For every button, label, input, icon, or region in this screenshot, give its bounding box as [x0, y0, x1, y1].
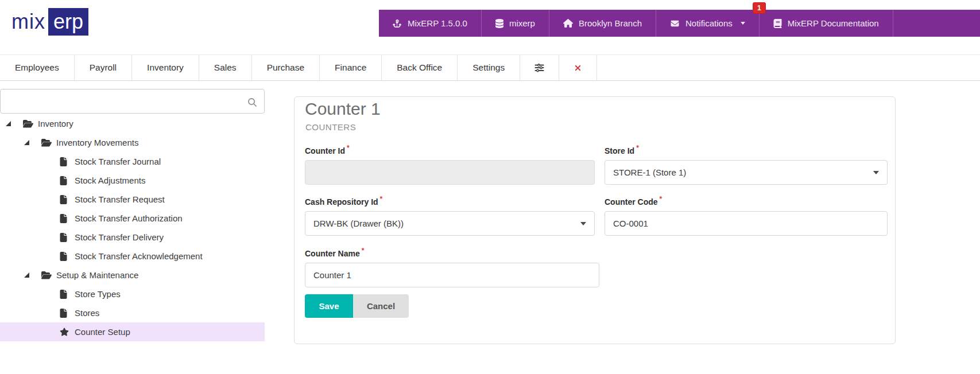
nav-item-label: Brooklyn Branch [579, 18, 642, 28]
logo-text-mix: mix [11, 10, 45, 34]
folder-icon [41, 271, 52, 280]
tree-item-stock-transfer-acknowledgement[interactable]: Stock Transfer Acknowledgement [0, 247, 265, 266]
file-icon [60, 309, 75, 318]
mixerp-logo[interactable]: mix erp [11, 8, 88, 36]
counter-name-label: Counter Name* [305, 247, 595, 258]
file-icon [60, 290, 67, 299]
menu-tab-label: Employees [15, 63, 59, 73]
required-marker: * [362, 247, 365, 255]
cash-repository-id-label: Cash Repository Id* [305, 195, 595, 207]
logo-text-erp: erp [48, 8, 88, 36]
file-icon [60, 252, 67, 261]
tree-item-label: Stock Transfer Delivery [75, 232, 164, 242]
nav-item-mixerp[interactable]: mixerp [482, 10, 549, 37]
database-icon [495, 19, 503, 28]
counter-id-label: Counter Id* [305, 144, 595, 155]
store-id-label: Store Id* [605, 144, 888, 155]
store-id-selected-value: STORE-1 (Store 1) [613, 167, 686, 177]
tree-item-stock-adjustments[interactable]: Stock Adjustments [0, 171, 265, 190]
tree-item-label: Stock Transfer Acknowledgement [75, 251, 203, 261]
main-menu-bar: EmployeesPayrollInventorySalesPurchaseFi… [0, 54, 980, 81]
file-icon [60, 233, 67, 242]
close-tab[interactable] [559, 55, 597, 80]
tree-item-label: Setup & Maintenance [56, 270, 138, 280]
counter-code-field[interactable] [605, 211, 888, 236]
tab-employees[interactable]: Employees [0, 55, 75, 80]
file-icon [60, 176, 67, 185]
menu-tab-label: Sales [214, 63, 237, 73]
counter-setup-card: Counter 1 COUNTERS Counter Id* Store Id*… [294, 96, 896, 344]
tree-item-stock-transfer-authorization[interactable]: Stock Transfer Authorization [0, 209, 265, 228]
tree-caret-slot [24, 272, 41, 278]
tree-item-label: Stock Transfer Journal [75, 157, 161, 166]
page-subtitle: COUNTERS [305, 122, 356, 132]
tab-sales[interactable]: Sales [199, 55, 252, 80]
nav-item-label: MixERP 1.5.0.0 [408, 18, 467, 28]
cash-repository-id-select[interactable]: DRW-BK (Drawer (BK)) [305, 211, 595, 236]
tree-item-inventory[interactable]: Inventory [0, 114, 265, 133]
tree-item-stock-transfer-delivery[interactable]: Stock Transfer Delivery [0, 228, 265, 247]
chevron-down-icon [741, 22, 745, 25]
tree-expanded-caret-icon [6, 121, 11, 126]
customize-tab[interactable] [520, 55, 559, 80]
counter-name-field[interactable] [305, 263, 599, 287]
store-id-select[interactable]: STORE-1 (Store 1) [605, 160, 888, 185]
tree-item-inventory-movements[interactable]: Inventory Movements [0, 133, 265, 152]
search-input[interactable] [1, 89, 264, 113]
menu-tab-label: Inventory [147, 63, 184, 73]
required-marker: * [660, 195, 663, 203]
folder-icon [41, 138, 52, 147]
tab-inventory[interactable]: Inventory [132, 55, 199, 80]
file-icon [60, 214, 67, 223]
sliders-icon [534, 63, 544, 72]
tree-item-counter-setup[interactable]: Counter Setup [0, 322, 265, 341]
tree-item-label: Stores [75, 308, 99, 318]
nav-item-label: MixERP Documentation [788, 18, 879, 28]
save-button[interactable]: Save [305, 294, 353, 318]
nav-item-notifications[interactable]: Notifications1 [656, 10, 760, 37]
nav-item-mixerp-1-5-0-0[interactable]: MixERP 1.5.0.0 [379, 10, 482, 37]
cancel-button[interactable]: Cancel [353, 294, 409, 318]
tree-item-store-types[interactable]: Store Types [0, 285, 265, 303]
anchor-icon [393, 19, 402, 28]
file-icon [60, 290, 75, 299]
file-icon [60, 309, 67, 318]
close-icon [574, 64, 582, 72]
file-icon [60, 157, 67, 166]
menu-tab-label: Finance [335, 63, 366, 73]
counter-id-field[interactable] [305, 160, 595, 185]
menu-tab-label: Settings [472, 63, 505, 73]
nav-item-brooklyn-branch[interactable]: Brooklyn Branch [549, 10, 656, 37]
folder-icon [23, 119, 33, 128]
menu-tab-label: Payroll [90, 63, 117, 73]
tree-item-stock-transfer-journal[interactable]: Stock Transfer Journal [0, 152, 265, 171]
nav-item-mixerp-documentation[interactable]: MixERP Documentation [760, 10, 893, 37]
sidebar-search-box [0, 89, 265, 114]
tree-item-setup-maintenance[interactable]: Setup & Maintenance [0, 266, 265, 285]
tree-item-label: Inventory Movements [56, 138, 138, 147]
folder-icon [41, 271, 56, 280]
file-icon [60, 157, 75, 166]
book-icon [773, 19, 782, 28]
menu-tab-label: Purchase [267, 63, 304, 73]
folder-icon [41, 138, 56, 147]
top-nav: MixERP 1.5.0.0mixerpBrooklyn BranchNotif… [379, 10, 980, 37]
tab-settings[interactable]: Settings [458, 55, 520, 80]
file-icon [60, 252, 75, 261]
file-icon [60, 176, 75, 185]
tab-payroll[interactable]: Payroll [75, 55, 132, 80]
required-marker: * [347, 144, 350, 152]
tab-back-office[interactable]: Back Office [382, 55, 458, 80]
star-icon [60, 328, 75, 336]
tab-purchase[interactable]: Purchase [252, 55, 320, 80]
search-icon [248, 97, 257, 107]
tree-item-stores[interactable]: Stores [0, 303, 265, 322]
tree-caret-slot [6, 121, 23, 126]
file-icon [60, 233, 75, 242]
required-marker: * [636, 144, 639, 152]
home-icon [563, 19, 573, 28]
chevron-down-icon [873, 171, 879, 174]
cash-repository-selected-value: DRW-BK (Drawer (BK)) [313, 219, 404, 228]
tree-item-stock-transfer-request[interactable]: Stock Transfer Request [0, 190, 265, 209]
tab-finance[interactable]: Finance [320, 55, 382, 80]
